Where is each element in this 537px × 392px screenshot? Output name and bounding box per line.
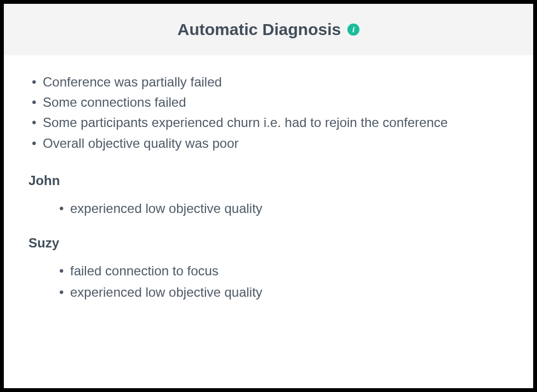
list-item: Some participants experienced churn i.e.… — [28, 112, 509, 132]
list-item: Conference was partially failed — [28, 72, 509, 92]
list-item: Some connections failed — [28, 92, 509, 112]
card-title: Automatic Diagnosis — [178, 20, 341, 39]
card-header: Automatic Diagnosis i — [4, 4, 533, 55]
card-content: Conference was partially failed Some con… — [4, 55, 533, 336]
participant-name: Suzy — [28, 235, 509, 251]
participant-name: John — [28, 173, 509, 188]
diagnosis-card: Automatic Diagnosis i Conference was par… — [4, 4, 533, 388]
participant-issue-list: failed connection to focus experienced l… — [56, 261, 509, 303]
list-item: failed connection to focus — [56, 261, 509, 281]
participant-issue-list: experienced low objective quality — [56, 198, 509, 219]
list-item: experienced low objective quality — [56, 282, 509, 303]
summary-list: Conference was partially failed Some con… — [28, 72, 509, 153]
info-icon[interactable]: i — [347, 24, 359, 36]
list-item: Overall objective quality was poor — [28, 133, 509, 153]
list-item: experienced low objective quality — [56, 198, 509, 219]
